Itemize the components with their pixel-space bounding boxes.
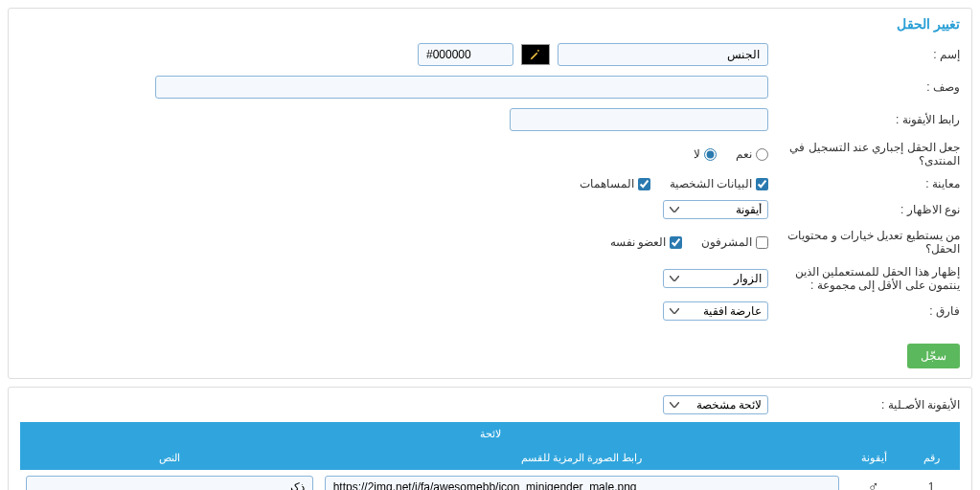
edit-field-panel: تغيير الحقل إسم : وصف : رابط الأيقونة : [8,8,972,379]
name-input[interactable] [558,43,768,66]
row-icon: ♂ [845,470,902,490]
th-text: النص [20,446,319,470]
checkbox-contributions[interactable] [638,178,650,190]
table-row: 1♂ [20,470,960,490]
desc-input[interactable] [155,76,768,99]
label-required: جعل الحقل إجباري عند التسجيل في المنتدى؟ [768,141,960,167]
label-separator: فارق : [768,304,960,318]
check-personal-data[interactable]: البيانات الشخصية [670,177,768,190]
label-name: إسم : [768,48,960,61]
th-icon: أيقونة [845,446,902,470]
label-preview: معاينة : [768,177,960,190]
th-url: رابط الصورة الرمزية للقسم [319,446,845,470]
label-original-icon: الأيقونة الأصـلية : [768,398,960,412]
label-display-type: نوع الاظهار : [768,203,960,216]
radio-yes[interactable] [756,148,768,161]
color-picker-button[interactable] [521,44,550,65]
icon-list-panel: الأيقونة الأصـلية : لائحة مشخصة لائحة رق… [8,387,972,490]
label-desc: وصف : [768,80,960,94]
color-code-input[interactable] [418,43,513,66]
radio-no-label[interactable]: لا [694,147,717,161]
separator-select[interactable]: عارضة افقية [663,301,768,321]
icon-link-input[interactable] [510,108,768,131]
panel-title: تغيير الحقل [9,9,971,35]
checkbox-member-self[interactable] [670,236,682,249]
display-type-select[interactable]: أيقونة [663,200,768,219]
custom-list-select[interactable]: لائحة مشخصة [663,395,768,414]
row-text-input[interactable] [26,476,313,490]
check-contributions[interactable]: المساهمات [580,177,650,190]
save-button[interactable]: سجّل [907,344,960,368]
row-url-input[interactable] [325,476,839,490]
row-num: 1 [902,470,960,490]
checkbox-personal-data[interactable] [756,178,768,190]
label-show-for-group: إظهار هذا الحقل للمستعملين الذين ينتمون … [768,265,960,292]
label-icon-link: رابط الأيقونة : [768,113,960,126]
radio-yes-label[interactable]: نعم [736,147,768,161]
checkbox-moderators[interactable] [756,236,768,249]
table-header-top: لائحة [20,422,960,446]
icon-table: لائحة رقم أيقونة رابط الصورة الرمزية للق… [20,422,960,490]
radio-no[interactable] [704,148,717,161]
th-num: رقم [902,446,960,470]
color-picker-icon [529,48,542,61]
check-moderators[interactable]: المشرفون [701,235,768,249]
group-select[interactable]: الزوار [663,269,768,288]
check-member-self[interactable]: العضو نفسه [610,235,682,249]
label-who-modify: من يستطيع تعديل خيارات و محتويات الحقل؟ [768,229,960,256]
